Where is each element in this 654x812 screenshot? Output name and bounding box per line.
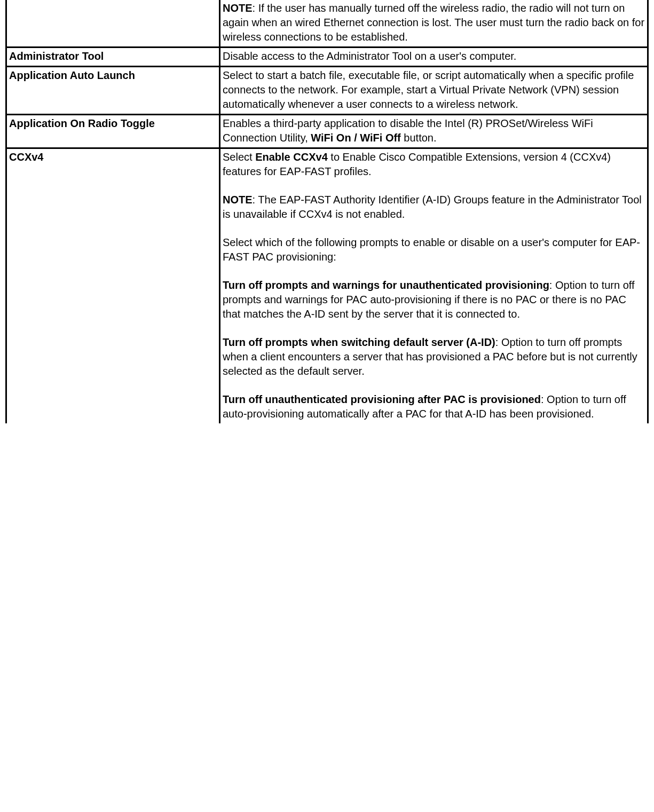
table-row: Application On Radio ToggleEnables a thi… <box>6 115 648 148</box>
setting-name-cell: Application Auto Launch <box>6 67 220 115</box>
setting-description-cell: Enables a third-party application to dis… <box>220 115 648 148</box>
setting-description-cell: Select Enable CCXv4 to Enable Cisco Comp… <box>220 148 648 424</box>
setting-name-cell: Administrator Tool <box>6 48 220 67</box>
setting-name-cell: CCXv4 <box>6 148 220 424</box>
setting-description-cell: NOTE: If the user has manually turned of… <box>220 0 648 48</box>
setting-description-cell: Disable access to the Administrator Tool… <box>220 48 648 67</box>
setting-name-cell <box>6 0 220 48</box>
setting-description-cell: Select to start a batch file, executable… <box>220 67 648 115</box>
settings-table: NOTE: If the user has manually turned of… <box>5 0 649 423</box>
table-row: CCXv4Select Enable CCXv4 to Enable Cisco… <box>6 148 648 424</box>
table-row: NOTE: If the user has manually turned of… <box>6 0 648 48</box>
setting-name-cell: Application On Radio Toggle <box>6 115 220 148</box>
table-row: Administrator ToolDisable access to the … <box>6 48 648 67</box>
table-row: Application Auto LaunchSelect to start a… <box>6 67 648 115</box>
